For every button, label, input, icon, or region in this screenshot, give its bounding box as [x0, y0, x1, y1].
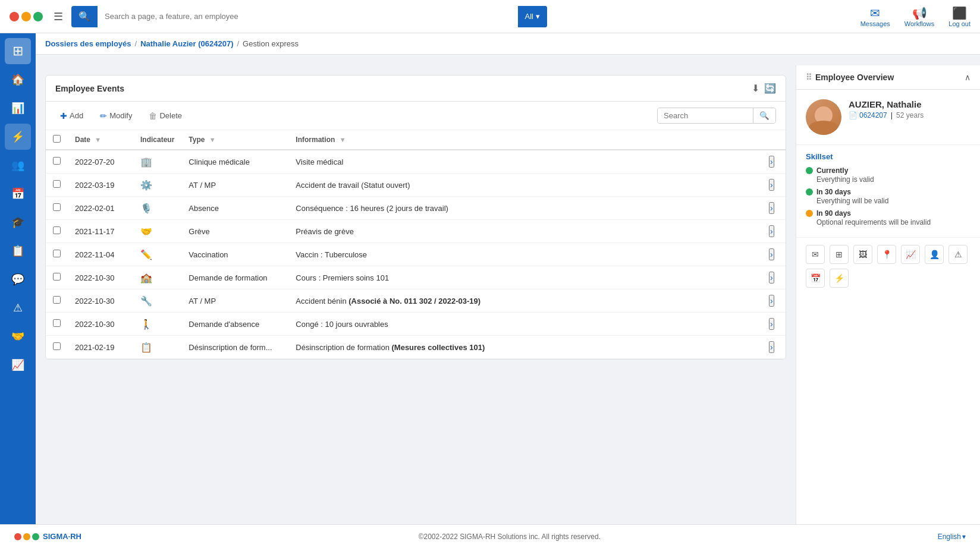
table-search-input[interactable] [658, 108, 753, 123]
row-checkbox-cell [46, 313, 68, 336]
th-select-all [46, 130, 68, 150]
row-type: Grève [181, 220, 288, 243]
row-detail-button-4[interactable]: › [769, 248, 774, 260]
hamburger-button[interactable]: ☰ [50, 7, 67, 27]
language-selector[interactable]: English ▾ [938, 533, 966, 541]
row-checkbox-cell [46, 289, 68, 313]
workflows-nav[interactable]: 📢 Workflows [904, 6, 935, 27]
events-panel: Employee Events ⬇ 🔄 ✚ Add ✏ Modify 🗑 [45, 75, 786, 360]
sidebar-item-dashboard[interactable]: 📊 [5, 95, 31, 121]
separator: | [891, 111, 893, 119]
row-checkbox-2[interactable] [53, 203, 61, 211]
row-checkbox-0[interactable] [53, 157, 61, 165]
table-row: 2022-02-01 🎙️ Absence Conséquence : 16 h… [46, 197, 786, 220]
refresh-button[interactable]: 🔄 [764, 83, 776, 94]
search-submit-button[interactable]: 🔍 [71, 11, 98, 22]
delete-button[interactable]: 🗑 Delete [144, 109, 187, 123]
sidebar-item-chat[interactable]: 💬 [5, 266, 31, 292]
sidebar-item-calendar[interactable]: 📅 [5, 181, 31, 207]
messages-nav[interactable]: ✉ Messages [860, 6, 890, 27]
action-table-button[interactable]: ⊞ [830, 245, 849, 264]
breadcrumb-sep2: / [237, 39, 239, 48]
edit-icon: ✏ [100, 111, 107, 121]
sidebar-item-analytics[interactable]: 📈 [5, 352, 31, 378]
row-checkbox-8[interactable] [53, 342, 61, 350]
th-type: Type ▼ [181, 130, 288, 150]
row-detail-button-6[interactable]: › [769, 295, 774, 307]
row-action: › [762, 336, 786, 359]
download-button[interactable]: ⬇ [752, 83, 759, 94]
row-checkbox-3[interactable] [53, 226, 61, 234]
type-filter-icon[interactable]: ▼ [209, 136, 216, 143]
row-detail-button-1[interactable]: › [769, 179, 774, 191]
skillset-link[interactable]: Skillset [806, 152, 970, 161]
sidebar-item-alerts[interactable]: ⚠ [5, 295, 31, 321]
employee-age: 52 years [896, 111, 924, 119]
indicator-icon: 📋 [140, 342, 152, 352]
sidebar-item-reports[interactable]: 📋 [5, 238, 31, 264]
row-checkbox-cell [46, 174, 68, 197]
row-date: 2022-10-30 [68, 266, 133, 289]
sidebar-item-layers[interactable]: ⊞ [5, 38, 31, 64]
breadcrumb-link-employee[interactable]: Nathalie Auzier (0624207) [140, 39, 233, 48]
info-filter-icon[interactable]: ▼ [340, 136, 346, 143]
row-detail-button-5[interactable]: › [769, 272, 774, 284]
indicator-icon: 🎙️ [140, 203, 152, 213]
action-location-button[interactable]: 📍 [877, 245, 896, 264]
date-filter-icon[interactable]: ▼ [95, 136, 101, 143]
add-button[interactable]: ✚ Add [55, 109, 88, 123]
action-alert-button[interactable]: ⚠ [948, 245, 968, 264]
logo-circle-green [33, 12, 43, 21]
row-indicator: 🤝 [133, 220, 181, 243]
row-checkbox-1[interactable] [53, 180, 61, 188]
select-all-checkbox[interactable] [53, 135, 61, 143]
action-email-button[interactable]: ✉ [806, 245, 825, 264]
collapse-button[interactable]: ∧ [965, 73, 970, 82]
row-date: 2021-02-19 [68, 336, 133, 359]
table-row: 2022-10-30 🏫 Demande de formation Cours … [46, 266, 786, 289]
logout-nav[interactable]: ⬛ Log out [948, 6, 970, 27]
chevron-down-icon: ▾ [536, 12, 540, 21]
sidebar-item-lightning[interactable]: ⚡ [5, 124, 31, 150]
logo-circle-yellow [21, 12, 31, 21]
row-type: AT / MP [181, 289, 288, 313]
indicator-icon: 🏫 [140, 273, 152, 283]
table-row: 2022-03-19 ⚙️ AT / MP Accident de travai… [46, 174, 786, 197]
table-row: 2022-07-20 🏢 Clinique médicale Visite mé… [46, 150, 786, 174]
row-checkbox-5[interactable] [53, 273, 61, 281]
sidebar-item-people[interactable]: 👥 [5, 152, 31, 178]
action-calendar-button[interactable]: 📅 [806, 269, 825, 288]
all-filter-button[interactable]: All ▾ [518, 6, 547, 27]
row-detail-button-2[interactable]: › [769, 202, 774, 214]
row-information: Accident de travail (Statut ouvert) [288, 174, 762, 197]
row-checkbox-7[interactable] [53, 319, 61, 327]
action-user-button[interactable]: 👤 [925, 245, 944, 264]
modify-button[interactable]: ✏ Modify [95, 109, 137, 123]
row-detail-button-0[interactable]: › [769, 156, 774, 168]
table-area: Employee Events ⬇ 🔄 ✚ Add ✏ Modify 🗑 [36, 65, 796, 524]
action-image-button[interactable]: 🖼 [853, 245, 872, 264]
row-type: Désinscription de form... [181, 336, 288, 359]
indicator-icon: 🤝 [140, 226, 152, 237]
employee-id-link[interactable]: 📄 0624207 [849, 111, 887, 119]
sidebar-item-home[interactable]: 🏠 [5, 67, 31, 93]
row-detail-button-7[interactable]: › [769, 318, 774, 330]
table-search-button[interactable]: 🔍 [753, 108, 775, 123]
row-detail-button-3[interactable]: › [769, 225, 774, 237]
sidebar-item-handshake[interactable]: 🤝 [5, 323, 31, 349]
search-box: 🔍 All ▾ [71, 6, 547, 27]
action-chart-button[interactable]: 📈 [901, 245, 920, 264]
toolbar: ✚ Add ✏ Modify 🗑 Delete 🔍 [46, 102, 786, 130]
row-detail-button-8[interactable]: › [769, 341, 774, 353]
row-action: › [762, 174, 786, 197]
row-action: › [762, 220, 786, 243]
panel-header: Employee Events ⬇ 🔄 [46, 75, 786, 102]
breadcrumb-link-employees[interactable]: Dossiers des employés [45, 39, 131, 48]
action-bolt-button[interactable]: ⚡ [830, 269, 849, 288]
row-checkbox-4[interactable] [53, 250, 61, 257]
row-checkbox-6[interactable] [53, 296, 61, 304]
sidebar-item-education[interactable]: 🎓 [5, 209, 31, 235]
skill-dot-yellow [806, 210, 813, 217]
indicator-icon: 🏢 [140, 157, 152, 167]
search-input[interactable] [98, 6, 518, 27]
